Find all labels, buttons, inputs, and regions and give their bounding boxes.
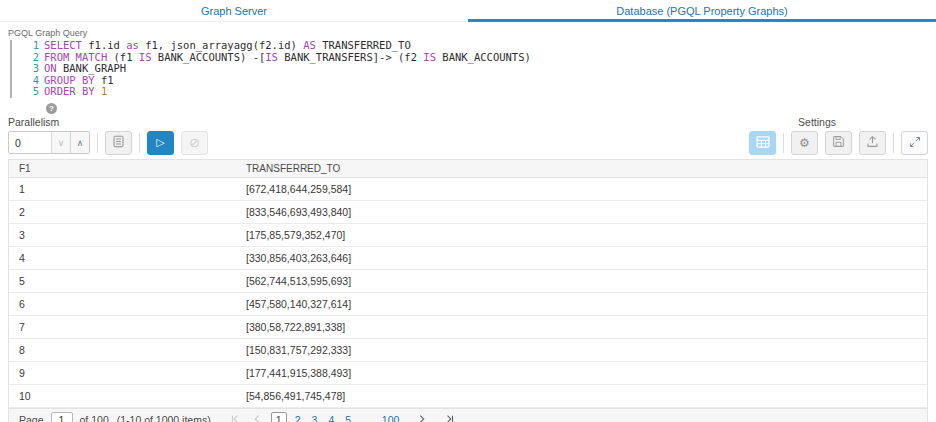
first-page-icon (230, 414, 240, 422)
table-icon (756, 134, 770, 152)
divider (97, 133, 98, 153)
chevron-left-icon (252, 414, 262, 422)
code-line: 2FROM MATCH (f1 IS BANK_ACCOUNTS) -[IS B… (12, 52, 936, 64)
code-line: 3ON BANK_GRAPH (12, 63, 936, 75)
next-page-button[interactable] (414, 412, 430, 422)
upload-button[interactable] (859, 131, 886, 155)
cancel-query-button[interactable]: ⊘ (181, 131, 208, 155)
items-range-label: (1-10 of 1000 items) (117, 414, 211, 422)
previous-page-button[interactable] (249, 412, 265, 422)
play-icon: ▷ (156, 136, 164, 149)
page-input[interactable] (51, 412, 73, 422)
cell-transferred-to: [175,85,579,352,470] (236, 224, 927, 246)
cell-f1: 10 (9, 385, 236, 407)
table-row[interactable]: 6[457,580,140,327,614] (9, 293, 927, 316)
cancel-icon: ⊘ (189, 135, 200, 150)
upload-icon (866, 134, 879, 152)
controls-row: ? Parallelism ∨ ∧ (8, 103, 928, 155)
cell-f1: 4 (9, 247, 236, 269)
line-number: 4 (12, 75, 44, 87)
explain-plan-button[interactable] (105, 131, 132, 155)
divider (783, 133, 784, 153)
chevron-down-icon: ∨ (58, 138, 65, 148)
chevron-up-icon: ∧ (77, 138, 84, 148)
pagination-bar: Page of 100 (1-10 of 1000 items) 12345..… (8, 408, 928, 422)
parallelism-label: Parallelism (8, 116, 208, 128)
cell-transferred-to: [457,580,140,327,614] (236, 293, 927, 315)
divider (139, 133, 140, 153)
run-query-button[interactable]: ▷ (147, 131, 174, 155)
expand-icon (909, 134, 921, 152)
cell-f1: 9 (9, 362, 236, 384)
page-number[interactable]: 1 (271, 412, 287, 422)
table-row[interactable]: 9[177,441,915,388,493] (9, 362, 927, 385)
page-number[interactable]: 5 (345, 414, 351, 422)
gear-icon: ⚙ (799, 136, 810, 150)
table-row[interactable]: 7[380,58,722,891,338] (9, 316, 927, 339)
divider (893, 133, 894, 153)
table-row[interactable]: 3[175,85,579,352,470] (9, 224, 927, 247)
line-number: 2 (12, 52, 44, 64)
cell-transferred-to: [150,831,757,292,333] (236, 339, 927, 361)
cell-transferred-to: [54,856,491,745,478] (236, 385, 927, 407)
tab-graph-server[interactable]: Graph Server (0, 0, 468, 21)
parallelism-input[interactable] (9, 132, 51, 153)
settings-button[interactable]: ⚙ (791, 131, 818, 155)
line-number: 3 (12, 63, 44, 75)
table-row[interactable]: 4[330,856,403,263,646] (9, 247, 927, 270)
cell-transferred-to: [562,744,513,595,693] (236, 270, 927, 292)
editor-title: PGQL Graph Query (8, 28, 936, 38)
table-body: 1[672,418,644,259,584]2[833,546,693,493,… (9, 178, 927, 408)
cell-transferred-to: [380,58,722,891,338] (236, 316, 927, 338)
stepper-increment-button[interactable]: ∧ (70, 132, 89, 153)
cell-f1: 2 (9, 201, 236, 223)
help-icon[interactable]: ? (46, 103, 57, 114)
tab-bar: Graph Server Database (PGQL Property Gra… (0, 0, 936, 22)
table-row[interactable]: 5[562,744,513,595,693] (9, 270, 927, 293)
page-number[interactable]: 4 (328, 414, 334, 422)
page-number[interactable]: 3 (312, 414, 318, 422)
cell-f1: 5 (9, 270, 236, 292)
first-page-button[interactable] (227, 412, 243, 422)
table-row[interactable]: 2[833,546,693,493,840] (9, 201, 927, 224)
last-page-button[interactable] (442, 412, 458, 422)
table-header-row: F1TRANSFERRED_TO (9, 160, 927, 178)
parallelism-stepper: ∨ ∧ (8, 131, 90, 154)
list-icon (112, 134, 125, 152)
stepper-decrement-button[interactable]: ∨ (51, 132, 70, 153)
page-number[interactable]: 2 (295, 414, 301, 422)
chevron-right-icon (417, 414, 427, 422)
cell-transferred-to: [177,441,915,388,493] (236, 362, 927, 384)
pgql-code-editor[interactable]: 1SELECT f1.id as f1, json_arrayagg(f2.id… (10, 40, 936, 98)
cell-transferred-to: [833,546,693,493,840] (236, 201, 927, 223)
column-header[interactable]: TRANSFERRED_TO (236, 160, 927, 177)
page-list: 12345...100 (271, 412, 411, 422)
cell-f1: 6 (9, 293, 236, 315)
cell-transferred-to: [330,856,403,263,646] (236, 247, 927, 269)
column-header[interactable]: F1 (9, 160, 236, 177)
line-number: 5 (12, 86, 44, 98)
code-lines: 1SELECT f1.id as f1, json_arrayagg(f2.id… (12, 40, 936, 98)
code-line: 4GROUP BY f1 (12, 75, 936, 87)
page-of-label: of 100 (80, 414, 109, 422)
cell-f1: 8 (9, 339, 236, 361)
save-icon (832, 134, 845, 152)
table-row[interactable]: 8[150,831,757,292,333] (9, 339, 927, 362)
maximize-button[interactable] (901, 131, 928, 155)
cell-f1: 7 (9, 316, 236, 338)
table-view-button[interactable] (749, 131, 776, 155)
last-page-icon (445, 414, 455, 422)
page-ellipsis: ... (362, 414, 371, 422)
table-row[interactable]: 1[672,418,644,259,584] (9, 178, 927, 201)
cell-f1: 3 (9, 224, 236, 246)
save-button[interactable] (825, 131, 852, 155)
line-number: 1 (12, 40, 44, 52)
cell-transferred-to: [672,418,644,259,584] (236, 178, 927, 200)
code-line: 5ORDER BY 1 (12, 86, 936, 98)
table-row[interactable]: 10[54,856,491,745,478] (9, 385, 927, 408)
settings-label: Settings (798, 116, 836, 128)
tab-database-pgql[interactable]: Database (PGQL Property Graphs) (468, 0, 936, 21)
page-label: Page (19, 414, 44, 422)
results-table: F1TRANSFERRED_TO 1[672,418,644,259,584]2… (8, 159, 928, 408)
page-number[interactable]: 100 (382, 414, 400, 422)
